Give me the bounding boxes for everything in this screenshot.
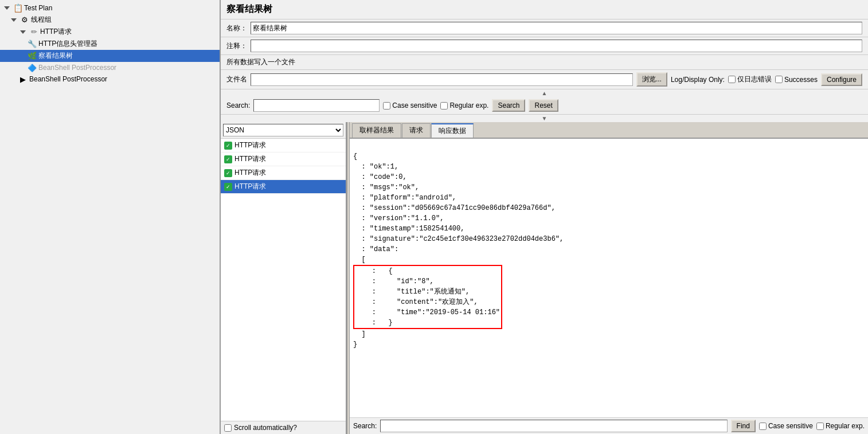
tree-item-label6: BeanShell PostProcessor (38, 64, 116, 72)
success-shield-2: ✓ (224, 169, 232, 177)
tree-item-label2: 线程组 (31, 15, 52, 25)
tree-item-results-tree[interactable]: 🌿 察看结果树 (0, 50, 220, 62)
success-shield-1: ✓ (224, 155, 232, 163)
main-content: JSON XML Text HTML ✓ HTTP请求 ✓ HTTP请求 ✓ (221, 122, 868, 434)
collapse-arrow[interactable]: ▲ (221, 89, 868, 97)
successes-checkbox-label[interactable]: Successes (775, 76, 818, 84)
json-content: { : "ok":1, : "code":0, : "msgs":"ok", :… (350, 139, 868, 417)
result-list: ✓ HTTP请求 ✓ HTTP请求 ✓ HTTP请求 ✓ HTTP请求 (221, 139, 346, 421)
tab-request[interactable]: 请求 (402, 123, 431, 138)
result-list-panel: JSON XML Text HTML ✓ HTTP请求 ✓ HTTP请求 ✓ (221, 122, 347, 434)
search-input[interactable] (253, 99, 380, 112)
result-item-label-1: HTTP请求 (234, 154, 266, 164)
beanshell-icon1: 🔷 (28, 63, 37, 72)
browse-button[interactable]: 浏览... (636, 72, 667, 87)
tree-item-beanshell-2[interactable]: ▶ BeanShell PostProcessor (0, 73, 220, 85)
configure-button[interactable]: Configure (821, 73, 862, 86)
tree-item-thread-group[interactable]: ⚙ 线程组 (0, 14, 220, 26)
file-label: 文件名 (226, 75, 247, 84)
result-item-label-2: HTTP请求 (234, 168, 266, 178)
name-label: 名称： (226, 24, 247, 33)
right-panel: 察看结果树 名称： 注释： 所有数据写入一个文件 文件名 浏览... Log/D… (221, 0, 868, 434)
result-item-1[interactable]: ✓ HTTP请求 (221, 153, 346, 166)
tree-area: 📋 Test Plan ⚙ 线程组 ✏ HTTP请求 🔧 HTTP信息头管理器 (0, 0, 220, 434)
highlighted-json-block: : { : "id":"8", : "title":"系统通知", : "con… (353, 265, 502, 329)
success-shield-3: ✓ (224, 183, 232, 191)
search-row: Search: Case sensitive Regular exp. Sear… (221, 97, 868, 115)
log-errors-checkbox[interactable] (728, 76, 736, 83)
log-errors-label: 仅日志错误 (737, 75, 772, 84)
tab-bar: 取样器结果 请求 响应数据 (350, 122, 868, 139)
json-panel: 取样器结果 请求 响应数据 { : "ok":1, : "code":0, : … (350, 122, 868, 434)
tree-item-label7: BeanShell PostProcessor (29, 75, 107, 83)
find-button[interactable]: Find (731, 420, 756, 432)
scroll-auto-checkbox[interactable] (224, 424, 232, 432)
section-title: 所有数据写入一个文件 (226, 58, 295, 66)
tab-response-data[interactable]: 响应数据 (431, 123, 474, 138)
scroll-auto-row: Scroll automatically? (221, 421, 346, 434)
results-tree-icon: 🌿 (28, 52, 37, 61)
regular-exp-label[interactable]: Regular exp. (440, 101, 488, 110)
result-item-3[interactable]: ✓ HTTP请求 (221, 180, 346, 194)
tri-down-icon3 (18, 28, 28, 37)
expand-arrow[interactable]: ▼ (221, 115, 868, 122)
json-search-bar: Search: Find Case sensitive Regular exp. (350, 417, 868, 434)
result-item-label-3: HTTP请求 (234, 182, 266, 191)
header-manager-icon: 🔧 (28, 40, 37, 49)
tree-item-test-plan[interactable]: 📋 Test Plan (0, 2, 220, 14)
tree-item-label3: HTTP请求 (40, 27, 72, 37)
log-errors-checkbox-label[interactable]: 仅日志错误 (728, 75, 772, 84)
http-req-icon: ✏ (29, 28, 38, 37)
case-sensitive-checkbox[interactable] (383, 102, 390, 110)
name-input[interactable] (251, 22, 862, 34)
tree-item-header-manager[interactable]: 🔧 HTTP信息头管理器 (0, 38, 220, 50)
reset-button[interactable]: Reset (529, 99, 558, 112)
panel-title: 察看结果树 (221, 0, 868, 19)
scroll-auto-label: Scroll automatically? (234, 424, 297, 432)
tree-item-http-req-parent[interactable]: ✏ HTTP请求 (0, 26, 220, 38)
successes-label: Successes (784, 76, 818, 84)
tab-sampler-result[interactable]: 取样器结果 (352, 123, 401, 138)
comment-row: 注释： (221, 37, 868, 55)
search-button[interactable]: Search (492, 99, 525, 112)
bottom-regular-exp-label[interactable]: Regular exp. (816, 422, 865, 430)
result-item-2[interactable]: ✓ HTTP请求 (221, 166, 346, 180)
bottom-search-input[interactable] (380, 420, 727, 432)
result-item-0[interactable]: ✓ HTTP请求 (221, 139, 346, 153)
thread-group-icon: ⚙ (20, 15, 29, 25)
tri-down-icon (2, 3, 11, 13)
comment-label: 注释： (226, 41, 247, 51)
regular-exp-checkbox[interactable] (440, 102, 448, 110)
section-header: 所有数据写入一个文件 (221, 55, 868, 70)
bottom-search-label: Search: (353, 422, 377, 430)
tree-item-beanshell-1[interactable]: 🔷 BeanShell PostProcessor (0, 62, 220, 73)
bottom-regular-exp-checkbox[interactable] (816, 423, 824, 430)
result-item-label-0: HTTP请求 (234, 140, 266, 150)
comment-input[interactable] (251, 40, 862, 52)
log-display-label: Log/Display Only: (671, 76, 725, 84)
successes-checkbox[interactable] (775, 76, 783, 83)
left-panel: 📋 Test Plan ⚙ 线程组 ✏ HTTP请求 🔧 HTTP信息头管理器 (0, 0, 221, 434)
json-text: { : "ok":1, : "code":0, : "msgs":"ok", :… (353, 141, 865, 350)
file-row: 文件名 浏览... Log/Display Only: 仅日志错误 Succes… (221, 70, 868, 89)
beanshell-icon2: ▶ (18, 75, 28, 84)
test-plan-icon: 📋 (13, 3, 22, 13)
success-shield-0: ✓ (224, 142, 232, 150)
tri-down-icon2 (9, 15, 18, 25)
tree-item-label4: HTTP信息头管理器 (38, 39, 97, 49)
tree-item-label: Test Plan (24, 4, 52, 12)
file-input[interactable] (251, 73, 633, 86)
case-sensitive-label[interactable]: Case sensitive (383, 101, 437, 110)
search-label: Search: (226, 101, 250, 110)
format-select[interactable]: JSON XML Text HTML (223, 124, 343, 136)
bottom-case-sensitive-checkbox[interactable] (759, 423, 767, 430)
name-row: 名称： (221, 19, 868, 37)
tree-item-label5: 察看结果树 (38, 51, 73, 61)
format-toolbar: JSON XML Text HTML (221, 122, 346, 139)
bottom-case-sensitive-label[interactable]: Case sensitive (759, 422, 813, 430)
